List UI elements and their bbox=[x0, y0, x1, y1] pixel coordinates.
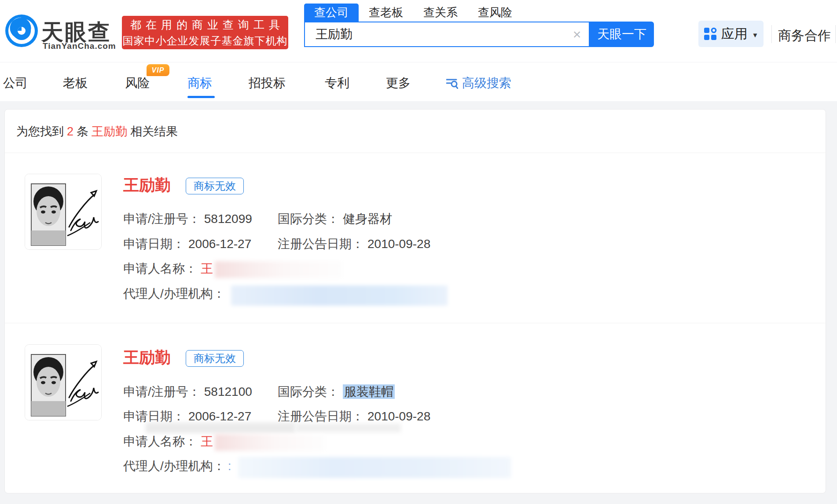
applicant-value[interactable]: 王 bbox=[201, 435, 213, 448]
nav-tab-company[interactable]: 公司 bbox=[3, 75, 28, 91]
apply-date-value: 2006-12-27 bbox=[188, 237, 251, 251]
vip-badge: VIP bbox=[147, 64, 169, 76]
search-tab-risk[interactable]: 查风险 bbox=[468, 4, 522, 22]
field-row: 申请日期：2006-12-27 注册公告日期：2010-09-28 bbox=[123, 236, 251, 252]
field-row: 申请/注册号：5812099 国际分类：健身器材 bbox=[123, 211, 252, 227]
apply-date-label: 申请日期： bbox=[123, 237, 185, 251]
search-tab-company[interactable]: 查公司 bbox=[304, 4, 359, 22]
advanced-search-label: 高级搜索 bbox=[462, 75, 511, 91]
result-title[interactable]: 王励勤 bbox=[123, 347, 171, 369]
trademark-status-badge: 商标无效 bbox=[186, 350, 244, 367]
announce-date-label: 注册公告日期： bbox=[278, 409, 364, 423]
apps-menu-label: 应用 bbox=[721, 25, 748, 43]
announce-date-value: 2010-09-28 bbox=[367, 237, 430, 251]
redacted-applicant-blur bbox=[215, 434, 325, 451]
applicant-value[interactable]: 王 bbox=[201, 262, 213, 275]
search-tab-relation[interactable]: 查关系 bbox=[413, 4, 468, 22]
brand-domain: TianYanCha.com bbox=[43, 41, 116, 51]
reg-no-value: 5812099 bbox=[204, 212, 252, 226]
intl-class-label: 国际分类： bbox=[278, 212, 339, 226]
advanced-search-icon bbox=[446, 77, 458, 89]
announce-date-value: 2010-09-28 bbox=[367, 409, 430, 423]
card-divider bbox=[5, 323, 826, 323]
field-row: 申请人名称：王 bbox=[123, 260, 342, 278]
summary-prefix: 为您找到 bbox=[16, 125, 64, 138]
redaction-smudge bbox=[146, 423, 295, 433]
active-tab-underline bbox=[187, 96, 215, 98]
results-summary: 为您找到2条王励勤相关结果 bbox=[16, 124, 178, 139]
nav-tab-trademark[interactable]: 商标 bbox=[187, 75, 212, 91]
search-type-tabs: 查公司 查老板 查关系 查风险 bbox=[304, 4, 522, 22]
promo-banner-line2: 国家中小企业发展子基金旗下机构 bbox=[123, 34, 288, 48]
search-tab-boss[interactable]: 查老板 bbox=[359, 4, 413, 22]
nav-tab-bidding[interactable]: 招投标 bbox=[249, 75, 286, 91]
agent-label: 代理人/办理机构： bbox=[123, 287, 225, 300]
header-divider-right bbox=[835, 25, 836, 43]
apps-grid-icon bbox=[704, 27, 717, 40]
summary-count: 2 bbox=[67, 125, 73, 138]
intl-class-value-highlighted: 服装鞋帽 bbox=[343, 384, 395, 399]
nav-tab-patent[interactable]: 专利 bbox=[325, 75, 349, 91]
business-cooperation-link[interactable]: 商务合作 bbox=[778, 27, 831, 45]
tianyancha-logo-icon[interactable] bbox=[5, 15, 38, 47]
redacted-agent-blur bbox=[238, 457, 511, 478]
nav-tab-boss[interactable]: 老板 bbox=[63, 75, 88, 91]
redacted-agent-blur bbox=[231, 285, 448, 306]
header-divider bbox=[771, 25, 772, 43]
field-row: 代理人/办理机构：: bbox=[123, 458, 231, 475]
summary-divider bbox=[5, 153, 826, 153]
trademark-status-badge: 商标无效 bbox=[186, 178, 244, 194]
trademark-image[interactable] bbox=[25, 174, 102, 250]
portrait-signature-image bbox=[25, 345, 102, 420]
portrait-signature-image bbox=[25, 174, 102, 250]
site-header: 天眼查 TianYanCha.com 都在用的商业查询工具 国家中小企业发展子基… bbox=[0, 0, 837, 62]
agent-label: 代理人/办理机构： bbox=[123, 459, 225, 473]
apply-date-value: 2006-12-27 bbox=[188, 409, 251, 423]
promo-banner-line1: 都在用的商业查询工具 bbox=[130, 18, 284, 32]
nav-tab-risk[interactable]: 风险 bbox=[125, 75, 150, 91]
applicant-label: 申请人名称： bbox=[123, 435, 197, 448]
reg-no-value: 5812100 bbox=[204, 385, 252, 398]
intl-class-value: 健身器材 bbox=[343, 212, 392, 226]
result-category-nav: 公司 老板 风险 VIP 商标 招投标 专利 更多 高级搜索 bbox=[0, 62, 837, 101]
agent-colon: : bbox=[228, 459, 231, 473]
applicant-label: 申请人名称： bbox=[123, 262, 197, 275]
summary-unit: 条 bbox=[77, 125, 88, 138]
summary-suffix: 相关结果 bbox=[130, 125, 178, 138]
search-input[interactable] bbox=[304, 22, 590, 47]
announce-date-label: 注册公告日期： bbox=[278, 237, 364, 251]
field-row: 申请/注册号：5812100 国际分类：服装鞋帽 bbox=[123, 383, 252, 400]
nav-tab-more[interactable]: 更多 bbox=[386, 75, 411, 91]
apps-menu-button[interactable]: 应用 ▼ bbox=[698, 21, 764, 47]
intl-class-label: 国际分类： bbox=[278, 385, 339, 398]
summary-keyword: 王励勤 bbox=[92, 125, 127, 138]
redacted-applicant-blur bbox=[215, 261, 342, 278]
trademark-image[interactable] bbox=[25, 344, 102, 420]
search-button[interactable]: 天眼一下 bbox=[590, 22, 654, 47]
field-row: 申请人名称：王 bbox=[123, 433, 325, 451]
field-row: 代理人/办理机构： bbox=[123, 285, 225, 302]
caret-down-icon: ▼ bbox=[752, 31, 759, 39]
reg-no-label: 申请/注册号： bbox=[123, 385, 201, 398]
reg-no-label: 申请/注册号： bbox=[123, 212, 201, 226]
advanced-search-link[interactable]: 高级搜索 bbox=[446, 75, 511, 91]
results-panel: 为您找到2条王励勤相关结果 王励勤 商标无效 申请/注册号：5812099 国际… bbox=[4, 109, 826, 493]
promo-banner: 都在用的商业查询工具 国家中小企业发展子基金旗下机构 bbox=[122, 16, 288, 49]
result-title[interactable]: 王励勤 bbox=[123, 175, 171, 196]
apply-date-label: 申请日期： bbox=[123, 409, 185, 423]
clear-search-icon[interactable]: × bbox=[569, 26, 585, 43]
redaction-smudge bbox=[295, 424, 401, 432]
